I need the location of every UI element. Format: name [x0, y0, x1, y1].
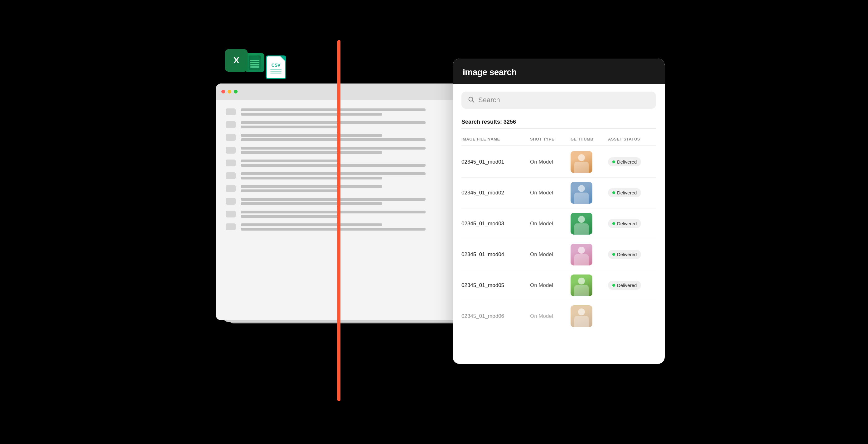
row-lines [241, 211, 458, 218]
panel-stack [216, 83, 471, 339]
row-checkbox [226, 121, 236, 128]
table-row [226, 147, 458, 154]
col-header-status: ASSET STATUS [608, 137, 658, 141]
row-filename: 02345_01_mod03 [461, 220, 530, 227]
thumb-body [574, 224, 589, 235]
row-lines [241, 147, 458, 154]
expand-dot [234, 90, 238, 94]
table-row [226, 160, 458, 167]
table-row [226, 224, 458, 231]
close-dot [221, 90, 225, 94]
csv-body: CSV [266, 56, 286, 79]
row-thumb [570, 274, 592, 296]
row-filename: 02345_01_mod05 [461, 282, 530, 288]
status-badge: Delivered [608, 219, 641, 228]
table-row [226, 198, 458, 205]
sheets-icon-inner [249, 56, 261, 70]
row-lines [241, 172, 458, 179]
row-status: Delivered [608, 219, 658, 228]
excel-icon: X [225, 49, 248, 72]
row-lines [241, 121, 458, 128]
file-icons-group: X CSV [225, 49, 286, 79]
row-shottype: On Model [530, 190, 570, 196]
row-shottype: On Model [530, 159, 570, 165]
row-lines [241, 198, 458, 205]
minimize-dot [227, 90, 231, 94]
csv-line [270, 69, 282, 70]
csv-corner [280, 56, 286, 62]
row-thumb [570, 182, 592, 204]
row-checkbox [226, 108, 236, 115]
thumb-head [578, 278, 585, 284]
svg-line-1 [472, 101, 474, 102]
row-status: Delivered [608, 281, 658, 290]
status-badge: Delivered [608, 281, 641, 290]
search-results-label: Search results: 3256 [461, 115, 656, 129]
status-label: Delivered [617, 221, 637, 226]
divider-line [337, 40, 340, 401]
thumb-body [574, 162, 589, 173]
status-badge: Delivered [608, 157, 641, 166]
col-header-thumb: GE THUMB [570, 137, 608, 141]
thumb-head [578, 216, 585, 223]
table-row-partial: 02345_01_mod06 On Model [461, 301, 656, 332]
search-icon [468, 96, 474, 104]
row-thumb [570, 213, 592, 235]
row-shottype: On Model [530, 282, 570, 288]
thumb-head [578, 247, 585, 253]
status-label: Delivered [617, 159, 637, 165]
panel-header [216, 83, 468, 100]
row-checkbox [226, 185, 236, 192]
table-row: 02345_01_mod03 On Model Delivered [461, 208, 656, 239]
spreadsheet-content [216, 100, 468, 239]
image-search-panel: image search Search Search results: 3256… [453, 59, 665, 364]
search-panel-header: image search [453, 59, 665, 84]
row-filename: 02345_01_mod04 [461, 251, 530, 258]
search-placeholder-text: Search [478, 96, 500, 104]
status-dot [612, 161, 615, 163]
row-status: Delivered [608, 157, 658, 166]
partial-thumb [570, 305, 592, 327]
row-checkbox [226, 172, 236, 179]
thumb-head [578, 154, 585, 161]
status-dot [612, 253, 615, 256]
table-row [226, 134, 458, 141]
row-checkbox [226, 224, 236, 230]
result-rows-container: 02345_01_mod01 On Model Delivered 02345_… [461, 147, 656, 301]
status-dot [612, 191, 615, 194]
row-lines [241, 108, 458, 115]
status-label: Delivered [617, 283, 637, 288]
csv-icon: CSV [266, 56, 286, 79]
sheets-line [250, 66, 259, 68]
table-row: 02345_01_mod02 On Model Delivered [461, 178, 656, 208]
table-row [226, 211, 458, 218]
csv-line [270, 71, 282, 72]
col-header-shottype: SHOT TYPE [530, 137, 570, 141]
panel-title: image search [463, 67, 517, 77]
row-checkbox [226, 160, 236, 166]
sheets-line [250, 60, 259, 61]
table-row [226, 121, 458, 128]
row-lines [241, 134, 458, 141]
row-status: Delivered [608, 188, 658, 197]
row-shottype: On Model [530, 251, 570, 258]
row-thumb [570, 151, 592, 173]
row-checkbox [226, 134, 236, 141]
row-shottype: On Model [530, 220, 570, 227]
row-checkbox [226, 147, 236, 153]
thumb-body [574, 193, 589, 204]
results-table-header: IMAGE FILE NAME SHOT TYPE GE THUMB ASSET… [461, 134, 656, 145]
table-row: 02345_01_mod01 On Model Delivered [461, 147, 656, 178]
search-bar[interactable]: Search [461, 92, 656, 109]
row-filename: 02345_01_mod02 [461, 190, 530, 196]
table-row [226, 185, 458, 192]
csv-label: CSV [272, 63, 281, 68]
table-row: 02345_01_mod05 On Model Delivered [461, 270, 656, 301]
thumb-body [574, 254, 589, 266]
status-label: Delivered [617, 190, 637, 195]
table-row [226, 108, 458, 115]
excel-letter: X [234, 56, 240, 65]
sheets-line [250, 64, 259, 65]
thumb-head [578, 185, 585, 192]
table-row [226, 172, 458, 179]
